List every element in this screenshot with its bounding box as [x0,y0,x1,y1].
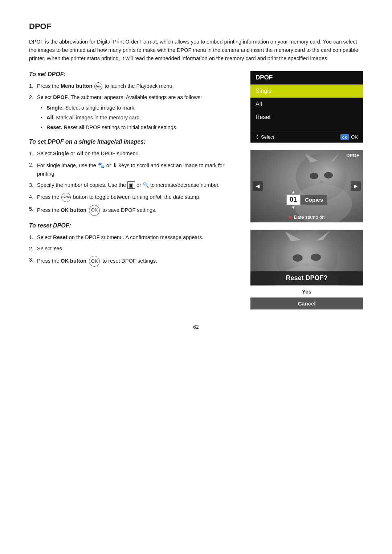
footer-ok: ok OK [340,134,358,140]
heart-icon: ♥ [289,214,292,220]
reset-label: Reset. [46,124,62,130]
ok-button-bold-2: OK button [61,258,86,264]
step-number: 5. [29,205,33,213]
single-all-steps: 1. Select Single or All on the DPOF subm… [29,149,240,216]
nav-arrow-right-icon[interactable]: ► [351,181,361,191]
step-number: 2. [29,161,33,169]
dpof-menu-item-all[interactable]: All [250,98,363,111]
copies-arrow-down-icon[interactable]: ▼ [291,205,295,210]
right-column: DPOF Single All Reset ⇕ Select ok [250,71,363,309]
single-bold: Single [53,151,69,156]
copies-screen: DPOF ◄ ► ▲ 01 ▼ Copies ♥ Date stamp on [250,150,363,222]
dpof-menu-item-single[interactable]: Single [250,85,363,98]
sub-list: Single. Select a single image to mark. A… [41,104,240,132]
ok-icon-text-2: OK [91,258,98,265]
list-item: 4. Press the FUNC. button to toggle betw… [29,193,240,202]
list-item: Reset. Reset all DPOF settings to initia… [41,123,240,132]
func-button-icon: FUNC. [61,193,71,202]
menu-item-label: Single [256,88,271,94]
menu-button-icon: Menu [94,82,102,90]
list-item: Single. Select a single image to mark. [41,104,240,112]
section-title-single-all: To set DPOF on a single image/all images… [29,139,240,145]
nav-arrow-left-icon[interactable]: ◄ [253,181,263,191]
menu-icon-text: Menu [94,84,103,89]
svg-point-4 [310,173,318,179]
footer-arrows-icon: ⇕ [256,134,260,140]
list-item: 2. Select Yes. [29,245,240,253]
reset-bold: Reset [53,234,68,240]
arrow-key-icon: ⬇ [113,162,117,168]
step-number: 3. [29,181,33,189]
footer-ok-label: OK [351,134,358,140]
menu-item-label: All [256,101,262,107]
reset-screen: Reset DPOF? Yes Cancel [250,230,363,309]
list-item: 3. Specify the number of copies. Use the… [29,181,240,189]
func-icon-text: FUNC. [62,195,70,200]
cancel-button[interactable]: Cancel [250,297,363,309]
plus-icon: ▣ [127,181,135,189]
dpof-menu-footer: ⇕ Select ok OK [250,131,363,143]
date-stamp-label: Date stamp on [294,214,325,220]
reset-dpof-steps: 1. Select Reset on the DPOF submenu. A c… [29,233,240,267]
step-number: 1. [29,82,33,90]
zoom-icon: 🔍 [143,182,149,188]
cat-silhouette [250,150,363,222]
copies-value: 01 [286,194,301,205]
list-item: 3. Press the OK button OK to reset DPOF … [29,256,240,267]
footer-select: ⇕ Select [256,134,274,140]
list-item: 1. Select Single or All on the DPOF subm… [29,149,240,158]
ok-icon-text: OK [91,206,98,214]
section-title-reset-dpof: To reset DPOF: [29,222,240,229]
date-stamp: ♥ Date stamp on [289,214,325,220]
list-item: 5. Press the OK button OK to save DPOF s… [29,205,240,216]
reset-dialog: Reset DPOF? Yes Cancel [250,271,363,309]
footer-select-label: Select [261,134,274,140]
list-item: 2. Select DPOF. The submenu appears. Ava… [29,93,240,132]
svg-point-12 [311,254,321,261]
yes-bold: Yes [53,246,62,251]
menu-item-label: Reset [256,114,271,120]
dpof-menu-header: DPOF [250,71,363,85]
page: DPOF DPOF is the abbreviation for Digita… [0,0,392,554]
svg-point-11 [293,254,303,262]
scroll-key-icon: 🐾 [98,162,105,168]
menu-button-label: Menu button [61,83,92,89]
left-column: To set DPOF: 1. Press the Menu button Me… [29,71,240,309]
yes-button[interactable]: Yes [250,286,363,297]
copies-screen-label: DPOF [346,153,359,158]
set-dpof-steps: 1. Press the Menu button Menu to launch … [29,82,240,132]
step-number: 4. [29,193,33,201]
ok-button-icon: OK [89,205,100,216]
ok-badge-icon: ok [340,134,349,140]
page-title: DPOF [29,22,363,31]
dpof-bold: DPOF [53,94,68,100]
list-item: 2. For single image, use the 🐾 or ⬇ keys… [29,161,240,178]
single-label: Single. [46,105,64,111]
dpof-menu-item-reset[interactable]: Reset [250,111,363,124]
all-label: All. [46,115,55,120]
step-number: 2. [29,93,33,102]
reset-dialog-title: Reset DPOF? [250,271,363,285]
copies-arrow-up-icon[interactable]: ▲ [291,190,295,194]
step-number: 3. [29,256,33,264]
ok-button-bold: OK button [61,207,86,213]
content-area: To set DPOF: 1. Press the Menu button Me… [29,71,363,309]
list-item: 1. Press the Menu button Menu to launch … [29,82,240,90]
step-number: 2. [29,245,33,253]
list-item: All. Mark all images in the memory card. [41,114,240,122]
svg-point-13 [305,263,309,266]
svg-point-6 [319,180,323,183]
intro-paragraph: DPOF is the abbreviation for Digital Pri… [29,38,363,63]
page-number: 62 [29,324,363,330]
step-number: 1. [29,233,33,242]
ok-button-icon-2: OK [89,256,100,267]
dpof-menu-screen: DPOF Single All Reset ⇕ Select ok [250,71,363,143]
all-bold: All [77,151,83,156]
copies-label: Copies [301,195,327,205]
step-number: 1. [29,149,33,158]
list-item: 1. Select Reset on the DPOF submenu. A c… [29,233,240,242]
svg-point-5 [324,172,333,178]
section-title-set-dpof: To set DPOF: [29,71,240,78]
